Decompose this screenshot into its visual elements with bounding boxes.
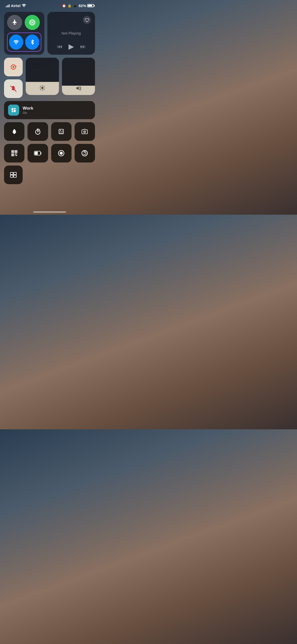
- svg-rect-17: [12, 111, 13, 112]
- svg-point-30: [61, 132, 62, 132]
- svg-rect-18: [14, 110, 16, 112]
- media-status: Not Playing: [51, 31, 91, 35]
- brightness-slider[interactable]: [26, 58, 59, 95]
- svg-rect-21: [13, 133, 15, 134]
- utility-row-3: [4, 166, 95, 184]
- card-icon: 📱: [73, 4, 77, 8]
- row-focus: Work On: [4, 101, 95, 119]
- signal-bar-1: [5, 6, 6, 7]
- camera-button[interactable]: [75, 122, 95, 141]
- focus-button[interactable]: Work On: [4, 101, 95, 119]
- svg-rect-57: [10, 172, 13, 175]
- timer-button[interactable]: [27, 122, 48, 141]
- focus-label: Work: [23, 106, 33, 111]
- svg-rect-41: [15, 151, 17, 152]
- svg-point-37: [84, 132, 85, 132]
- connectivity-block: [4, 12, 44, 55]
- signal-bar-4: [9, 4, 10, 7]
- svg-rect-39: [12, 151, 13, 152]
- svg-rect-28: [60, 130, 61, 131]
- highlighted-wifi-bluetooth: [7, 33, 41, 52]
- svg-marker-20: [13, 130, 16, 133]
- flashlight-button[interactable]: [4, 122, 24, 141]
- media-player: Not Playing ⏮ ▶ ⏭: [47, 12, 95, 55]
- svg-point-32: [60, 133, 60, 134]
- svg-point-6: [41, 87, 43, 89]
- screen-rotation-lock-button[interactable]: [4, 58, 23, 76]
- media-header: [51, 16, 91, 24]
- brightness-icon: [40, 85, 45, 92]
- status-right: ⏰ 🔒 📱 82%: [62, 4, 94, 8]
- screentime-icon: 🔒: [68, 4, 72, 8]
- svg-rect-43: [12, 154, 13, 155]
- control-center: Not Playing ⏮ ▶ ⏭: [0, 10, 99, 192]
- volume-slider[interactable]: [62, 58, 95, 95]
- screen-mirror-button[interactable]: [4, 166, 23, 184]
- battery-percent: 82%: [79, 4, 86, 8]
- media-forward-button[interactable]: ⏭: [80, 43, 86, 50]
- row-connectivity-media: Not Playing ⏮ ▶ ⏭: [4, 12, 95, 55]
- battery-fill: [88, 5, 92, 7]
- svg-point-1: [31, 22, 33, 23]
- svg-point-29: [60, 132, 60, 132]
- calculator-button[interactable]: [51, 122, 72, 141]
- focus-icon: [8, 105, 19, 116]
- svg-point-35: [62, 130, 63, 131]
- bluetooth-button[interactable]: [25, 35, 39, 50]
- utility-row-2: [4, 144, 95, 163]
- row-lock-silent-sliders: [4, 58, 95, 98]
- utility-row-1: [4, 122, 95, 141]
- media-rewind-button[interactable]: ⏮: [57, 43, 62, 50]
- volume-icon: [76, 86, 81, 92]
- battery-icon: [87, 4, 94, 7]
- carrier-name: Airtel: [11, 4, 20, 8]
- svg-point-2: [16, 44, 17, 45]
- battery-container: 82%: [79, 4, 94, 8]
- svg-point-55: [60, 152, 63, 155]
- screen-record-button[interactable]: [51, 144, 72, 163]
- status-bar: Airtel ⏰ 🔒 📱 82%: [0, 0, 99, 10]
- airplane-mode-button[interactable]: [7, 15, 22, 30]
- svg-rect-53: [41, 152, 41, 154]
- qr-scanner-button[interactable]: [4, 144, 24, 163]
- svg-rect-60: [14, 175, 16, 177]
- svg-line-26: [39, 129, 40, 130]
- focus-sublabel: On: [23, 111, 33, 115]
- svg-line-11: [40, 86, 41, 87]
- home-indicator: [33, 211, 66, 213]
- svg-rect-19: [14, 129, 15, 130]
- svg-line-12: [44, 89, 44, 90]
- low-power-mode-button[interactable]: [27, 144, 48, 163]
- svg-line-14: [40, 89, 41, 90]
- svg-point-31: [62, 132, 63, 132]
- signal-bar-2: [6, 6, 7, 7]
- wifi-status-icon: [22, 4, 26, 8]
- svg-point-0: [24, 7, 24, 7]
- wifi-button[interactable]: [9, 35, 23, 50]
- svg-rect-4: [13, 66, 14, 68]
- personal-hotspot-button[interactable]: [25, 15, 40, 30]
- media-controls: ⏮ ▶ ⏭: [51, 42, 91, 51]
- airplay-button[interactable]: [83, 16, 91, 24]
- svg-rect-16: [14, 108, 16, 109]
- alarm-icon: ⏰: [62, 4, 66, 8]
- status-left: Airtel: [5, 4, 26, 8]
- signal-bars: [5, 4, 10, 7]
- silent-mode-button[interactable]: [4, 79, 23, 98]
- svg-point-34: [62, 133, 63, 134]
- svg-point-33: [61, 133, 62, 134]
- svg-rect-58: [14, 172, 16, 175]
- shazam-button[interactable]: [75, 144, 95, 163]
- svg-rect-59: [10, 175, 13, 177]
- svg-rect-15: [12, 108, 13, 111]
- svg-rect-52: [35, 152, 38, 155]
- focus-text: Work On: [23, 106, 33, 115]
- media-play-button[interactable]: ▶: [69, 42, 74, 51]
- signal-bar-3: [8, 5, 8, 7]
- svg-line-13: [44, 86, 44, 87]
